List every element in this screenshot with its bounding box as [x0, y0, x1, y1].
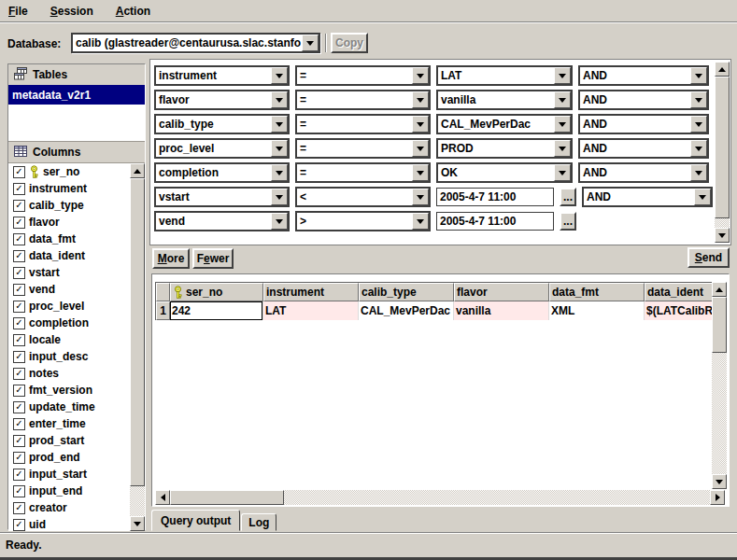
- dropdown-arrow-icon[interactable]: [690, 67, 707, 84]
- conjunction-combo[interactable]: AND: [578, 162, 709, 183]
- checkbox[interactable]: ✓: [13, 166, 25, 178]
- checkbox[interactable]: ✓: [13, 435, 25, 447]
- column-item-input_desc[interactable]: ✓input_desc: [8, 348, 145, 365]
- column-item-prod_start[interactable]: ✓prod_start: [8, 432, 145, 449]
- value-date-field[interactable]: 2005-4-7 11:00: [436, 212, 554, 231]
- scrollbar-track[interactable]: [712, 353, 727, 474]
- scroll-left-icon[interactable]: [155, 490, 170, 505]
- scroll-up-icon[interactable]: [715, 62, 730, 77]
- scrollbar-thumb[interactable]: [170, 490, 284, 505]
- date-picker-button[interactable]: ...: [560, 212, 576, 231]
- checkbox[interactable]: ✓: [13, 301, 25, 313]
- database-combo[interactable]: calib (glastreader@centaurusa.slac.stanf…: [71, 33, 320, 53]
- send-button[interactable]: Send: [687, 247, 730, 268]
- column-item-ser_no[interactable]: ✓ser_no: [8, 163, 145, 180]
- column-item-calib_type[interactable]: ✓calib_type: [8, 197, 145, 214]
- field-combo[interactable]: vend: [154, 211, 290, 231]
- operator-combo[interactable]: =: [295, 114, 431, 134]
- checkbox[interactable]: ✓: [13, 250, 25, 262]
- results-hscrollbar[interactable]: [155, 490, 725, 505]
- row-number[interactable]: 1: [156, 301, 170, 320]
- scrollbar-track[interactable]: [715, 218, 730, 228]
- field-combo[interactable]: instrument: [154, 65, 290, 86]
- checkbox[interactable]: ✓: [13, 334, 25, 346]
- dropdown-arrow-icon[interactable]: [690, 140, 707, 157]
- dropdown-arrow-icon[interactable]: [554, 164, 571, 181]
- dropdown-arrow-icon[interactable]: [271, 164, 288, 181]
- conjunction-combo[interactable]: AND: [578, 138, 709, 159]
- cell[interactable]: LAT: [263, 301, 359, 320]
- field-combo[interactable]: vstart: [154, 187, 290, 207]
- column-item-data_fmt[interactable]: ✓data_fmt: [8, 231, 145, 247]
- column-item-input_start[interactable]: ✓input_start: [8, 466, 145, 483]
- results-vscrollbar[interactable]: [712, 282, 727, 489]
- checkbox[interactable]: ✓: [13, 401, 25, 413]
- cell[interactable]: XML: [549, 301, 645, 320]
- column-item-locale[interactable]: ✓locale: [8, 331, 145, 348]
- column-item-instrument[interactable]: ✓instrument: [8, 180, 145, 197]
- table-item-metadata_v2r1[interactable]: metadata_v2r1: [8, 85, 145, 105]
- value-combo[interactable]: LAT: [436, 65, 573, 86]
- field-combo[interactable]: calib_type: [154, 114, 290, 134]
- column-item-proc_level[interactable]: ✓proc_level: [8, 298, 145, 315]
- dropdown-arrow-icon[interactable]: [412, 140, 429, 157]
- checkbox[interactable]: ✓: [13, 469, 25, 481]
- column-header-data_ident[interactable]: data_ident: [645, 283, 714, 301]
- dropdown-arrow-icon[interactable]: [271, 67, 288, 84]
- dropdown-arrow-icon[interactable]: [271, 213, 288, 230]
- column-item-data_ident[interactable]: ✓data_ident: [8, 247, 145, 264]
- checkbox[interactable]: ✓: [13, 200, 25, 212]
- cell[interactable]: vanilla: [454, 301, 549, 320]
- checkbox[interactable]: ✓: [13, 284, 25, 296]
- checkbox[interactable]: ✓: [13, 418, 25, 430]
- column-item-vstart[interactable]: ✓vstart: [8, 264, 145, 281]
- conjunction-combo[interactable]: AND: [582, 187, 713, 207]
- checkbox[interactable]: ✓: [13, 217, 25, 229]
- value-combo[interactable]: PROD: [436, 138, 573, 159]
- dropdown-arrow-icon[interactable]: [271, 140, 288, 157]
- dropdown-arrow-icon[interactable]: [690, 164, 707, 181]
- operator-combo[interactable]: =: [295, 138, 431, 159]
- dropdown-arrow-icon[interactable]: [554, 116, 571, 133]
- value-date-field[interactable]: 2005-4-7 11:00: [436, 188, 554, 206]
- checkbox[interactable]: ✓: [13, 385, 25, 397]
- menu-item-action[interactable]: Action: [116, 5, 150, 18]
- dropdown-arrow-icon[interactable]: [690, 116, 707, 133]
- dropdown-arrow-icon[interactable]: [412, 164, 429, 181]
- conjunction-combo[interactable]: AND: [578, 90, 709, 110]
- conjunction-combo[interactable]: AND: [578, 65, 709, 86]
- checkbox[interactable]: ✓: [13, 368, 25, 380]
- checkbox[interactable]: ✓: [13, 502, 25, 514]
- menu-item-session[interactable]: Session: [50, 5, 93, 18]
- scrollbar-track[interactable]: [284, 490, 710, 505]
- field-combo[interactable]: completion: [154, 162, 290, 183]
- column-item-uid[interactable]: ✓uid: [8, 516, 145, 531]
- dropdown-arrow-icon[interactable]: [690, 91, 707, 108]
- field-combo[interactable]: proc_level: [154, 138, 290, 159]
- operator-combo[interactable]: =: [295, 90, 431, 110]
- menu-item-file[interactable]: File: [8, 5, 28, 18]
- query-scrollbar[interactable]: [715, 62, 730, 243]
- column-item-enter_time[interactable]: ✓enter_time: [8, 415, 145, 432]
- columns-scrollbar[interactable]: [130, 163, 145, 531]
- column-item-flavor[interactable]: ✓flavor: [8, 214, 145, 231]
- column-header-data_fmt[interactable]: data_fmt: [549, 283, 645, 301]
- dropdown-arrow-icon[interactable]: [554, 140, 571, 157]
- dropdown-arrow-icon[interactable]: [694, 189, 711, 205]
- scroll-up-icon[interactable]: [130, 163, 145, 178]
- dropdown-arrow-icon[interactable]: [302, 35, 319, 51]
- dropdown-arrow-icon[interactable]: [412, 213, 429, 230]
- scrollbar-track[interactable]: [130, 486, 145, 516]
- operator-combo[interactable]: >: [295, 211, 431, 231]
- scroll-down-icon[interactable]: [712, 474, 727, 489]
- scrollbar-thumb[interactable]: [712, 297, 727, 353]
- column-item-input_end[interactable]: ✓input_end: [8, 483, 145, 499]
- dropdown-arrow-icon[interactable]: [554, 91, 571, 108]
- dropdown-arrow-icon[interactable]: [412, 67, 429, 84]
- dropdown-arrow-icon[interactable]: [271, 116, 288, 133]
- value-combo[interactable]: OK: [436, 162, 573, 183]
- cell[interactable]: $(LATCalibRoot: [645, 301, 714, 320]
- column-item-prod_end[interactable]: ✓prod_end: [8, 449, 145, 466]
- column-item-completion[interactable]: ✓completion: [8, 315, 145, 331]
- scroll-down-icon[interactable]: [130, 516, 145, 531]
